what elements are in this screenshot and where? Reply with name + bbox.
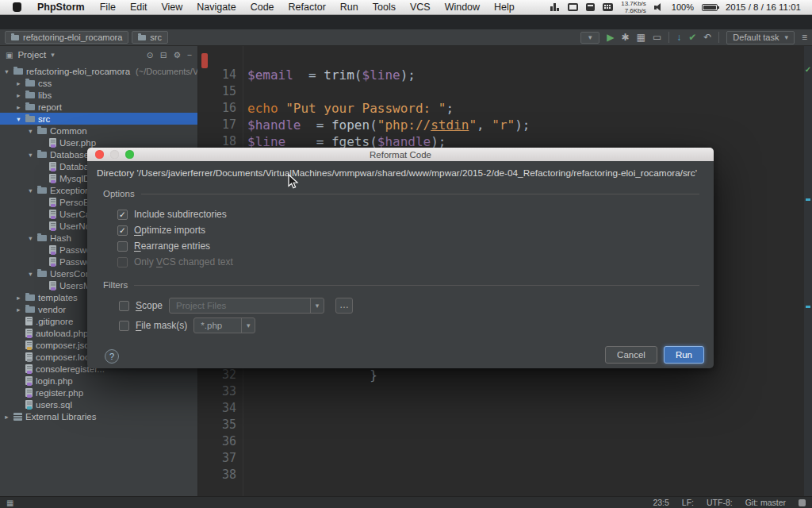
hide-panel-icon[interactable]: − xyxy=(187,51,192,60)
collapse-all-icon[interactable]: ⊟ xyxy=(160,51,167,60)
keyboard-menu-icon[interactable] xyxy=(603,3,613,11)
code-line[interactable]: 37 xyxy=(198,450,804,467)
stripe-mark[interactable] xyxy=(806,306,810,308)
tree-item[interactable]: ▸External Libraries xyxy=(0,410,198,422)
toolwindow-toggle-icon[interactable]: ▦ xyxy=(6,498,13,507)
collapse-arrow-icon[interactable]: ▾ xyxy=(27,270,34,278)
monitor-icon[interactable]: ▭ xyxy=(653,33,661,42)
activity-menu-icon[interactable] xyxy=(550,3,560,11)
zoom-window-icon[interactable] xyxy=(125,150,134,159)
coverage-icon[interactable]: ✱ xyxy=(621,33,629,42)
monitor-menu-icon[interactable] xyxy=(586,3,595,11)
tree-item[interactable]: ▾src xyxy=(0,113,198,125)
project-view-selector[interactable]: Project xyxy=(17,50,46,60)
breadcrumb-project-root[interactable]: refactoring-eloi_rocamora xyxy=(5,31,128,44)
collapse-arrow-icon[interactable]: ▾ xyxy=(27,127,34,135)
code-line[interactable]: 35 xyxy=(198,417,804,433)
apple-menu-icon[interactable] xyxy=(13,2,21,12)
tree-item[interactable]: register.php xyxy=(0,387,198,398)
panel-settings-icon[interactable]: ⚙ xyxy=(173,51,180,60)
minimize-window-icon[interactable] xyxy=(110,150,119,159)
code-line[interactable]: 17$handle = fopen("php://stdin", "r"); xyxy=(198,117,804,133)
checkbox-row-only-vcs-changed-text[interactable]: Only VCS changed text xyxy=(117,254,233,270)
encoding-indicator[interactable]: UTF-8: xyxy=(707,498,733,507)
component-grid-icon[interactable]: ▦ xyxy=(637,33,645,42)
red-gutter-marker[interactable] xyxy=(201,53,208,68)
tree-item[interactable]: ▸libs xyxy=(0,89,198,101)
checkbox-row-rearrange-entries[interactable]: Rearrange entries xyxy=(117,238,233,254)
code-line[interactable]: 34 xyxy=(198,400,804,417)
tree-item[interactable]: users.sql xyxy=(0,398,198,410)
expand-arrow-icon[interactable]: ▸ xyxy=(15,306,22,314)
code-line[interactable]: 33 xyxy=(198,383,804,400)
menu-file[interactable]: File xyxy=(93,2,123,13)
caret-position[interactable]: 23:5 xyxy=(653,498,668,507)
run-icon[interactable]: ▶ xyxy=(607,33,614,42)
code-line[interactable]: 15 xyxy=(198,83,804,100)
tree-item[interactable]: User.php xyxy=(0,137,198,148)
expand-arrow-icon[interactable]: ▸ xyxy=(15,91,22,99)
checkbox[interactable] xyxy=(117,241,128,252)
volume-icon[interactable] xyxy=(654,3,664,12)
chevron-down-icon[interactable]: ▾ xyxy=(51,51,55,59)
menu-window[interactable]: Window xyxy=(438,2,487,13)
menu-help[interactable]: Help xyxy=(487,2,522,13)
code-line[interactable]: 32 } xyxy=(198,367,804,383)
menu-app-name[interactable]: PhpStorm xyxy=(29,2,93,13)
code-line[interactable]: 14$email = trim($line); xyxy=(198,67,804,83)
network-speed-indicator[interactable]: 13.7Kb/s 7.6Kb/s xyxy=(621,0,646,14)
checkbox-row-optimize-imports[interactable]: ✓Optimize imports xyxy=(117,222,233,238)
toolbar-more-icon[interactable]: ≡ xyxy=(802,33,807,42)
collapse-arrow-icon[interactable]: ▾ xyxy=(27,187,34,194)
line-separator-indicator[interactable]: LF: xyxy=(682,498,694,507)
git-branch-indicator[interactable]: Git: master xyxy=(745,498,786,507)
scope-browse-button[interactable]: … xyxy=(335,298,353,314)
tree-item[interactable]: ▾refactoring-eloi_rocamora(~/Documents/V… xyxy=(0,65,198,77)
stripe-mark[interactable] xyxy=(806,198,810,201)
tree-item[interactable]: ▾Common xyxy=(0,125,198,137)
battery-icon[interactable] xyxy=(702,4,718,11)
scroll-to-source-icon[interactable]: ⊙ xyxy=(147,51,154,60)
checkbox-row-include-subdirectories[interactable]: ✓Include subdirectories xyxy=(117,206,233,222)
help-button[interactable]: ? xyxy=(105,349,119,364)
checkbox[interactable]: ✓ xyxy=(117,210,128,220)
chevron-down-icon[interactable]: ▾ xyxy=(310,298,324,313)
collapse-arrow-icon[interactable]: ▾ xyxy=(3,67,10,75)
menu-vcs[interactable]: VCS xyxy=(403,2,438,13)
expand-arrow-icon[interactable]: ▸ xyxy=(3,413,10,421)
cancel-button[interactable]: Cancel xyxy=(605,346,657,364)
task-selector-dropdown[interactable]: Default task ▾ xyxy=(726,31,795,44)
menu-code[interactable]: Code xyxy=(243,2,282,13)
menu-run[interactable]: Run xyxy=(333,2,366,13)
scope-checkbox[interactable] xyxy=(119,301,129,311)
menu-refactor[interactable]: Refactor xyxy=(282,2,333,13)
menu-edit[interactable]: Edit xyxy=(123,2,155,13)
menu-view[interactable]: View xyxy=(154,2,190,13)
tree-item[interactable]: ▸css xyxy=(0,77,198,89)
collapse-arrow-icon[interactable]: ▾ xyxy=(27,151,34,159)
vcs-revert-icon[interactable]: ↶ xyxy=(703,33,711,42)
inspections-ok-icon[interactable]: ✓ xyxy=(804,65,812,74)
inspection-profile-icon[interactable] xyxy=(799,499,806,506)
code-line[interactable]: 38 xyxy=(198,467,804,483)
file-mask-dropdown[interactable]: *.php ▾ xyxy=(193,318,255,333)
run-button[interactable]: Run xyxy=(664,346,704,364)
menubar-clock[interactable]: 2015 / 8 / 16 11:01 xyxy=(726,2,801,12)
checkbox[interactable]: ✓ xyxy=(117,225,128,236)
expand-arrow-icon[interactable]: ▸ xyxy=(15,79,22,87)
vcs-update-icon[interactable]: ↓ xyxy=(676,33,681,42)
chevron-down-icon[interactable]: ▾ xyxy=(241,318,255,333)
close-window-icon[interactable] xyxy=(95,150,104,159)
code-line[interactable]: 16echo "Put your Password: "; xyxy=(198,100,804,117)
menu-navigate[interactable]: Navigate xyxy=(190,2,243,13)
menu-tools[interactable]: Tools xyxy=(366,2,403,13)
display-menu-icon[interactable] xyxy=(568,3,578,11)
code-line[interactable]: 36 xyxy=(198,433,804,450)
expand-arrow-icon[interactable]: ▸ xyxy=(15,294,22,302)
tree-item[interactable]: ▸report xyxy=(0,101,198,113)
collapse-arrow-icon[interactable]: ▾ xyxy=(15,115,22,123)
checkbox[interactable] xyxy=(117,257,128,267)
breadcrumb-src[interactable]: src xyxy=(132,31,168,44)
scope-dropdown[interactable]: Project Files ▾ xyxy=(169,298,324,314)
file-mask-checkbox[interactable] xyxy=(119,321,129,331)
